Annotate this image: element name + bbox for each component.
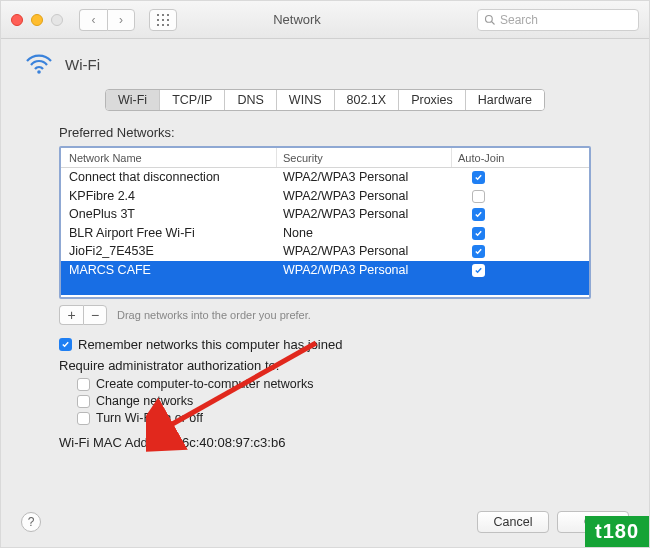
network-security: WPA2/WPA3 Personal — [277, 189, 452, 203]
network-name: KPFibre 2.4 — [61, 189, 277, 203]
network-row[interactable]: BLR Airport Free Wi-FiNone — [61, 224, 589, 243]
network-row[interactable]: MARCS CAFEWPA2/WPA3 Personal — [61, 261, 589, 280]
network-name: Connect that disconnection — [61, 170, 277, 184]
help-icon: ? — [28, 515, 35, 529]
window-controls — [11, 14, 63, 26]
svg-line-10 — [492, 21, 495, 24]
add-network-button[interactable]: + — [59, 305, 83, 325]
network-security: WPA2/WPA3 Personal — [277, 244, 452, 258]
network-preferences-window: ‹ › Network Search Wi-Fi Wi-FiTCP/IPDNSW… — [0, 0, 650, 548]
back-button[interactable]: ‹ — [79, 9, 107, 31]
remember-checkbox[interactable] — [59, 338, 72, 351]
titlebar: ‹ › Network Search — [1, 1, 649, 39]
mac-value: 6c:40:08:97:c3:b6 — [182, 435, 285, 450]
svg-point-9 — [486, 15, 493, 22]
network-security: WPA2/WPA3 Personal — [277, 207, 452, 221]
watermark: t180 — [585, 516, 649, 547]
autojoin-checkbox[interactable] — [472, 227, 485, 240]
remove-network-button[interactable]: − — [83, 305, 107, 325]
column-header-autojoin[interactable]: Auto-Join — [452, 152, 589, 164]
mac-address-row: Wi-Fi MAC Address: 6c:40:08:97:c3:b6 — [59, 435, 591, 450]
drag-hint: Drag networks into the order you prefer. — [117, 309, 311, 321]
minus-icon: − — [91, 307, 99, 323]
change-networks-option[interactable]: Change networks — [77, 394, 591, 408]
change-label: Change networks — [96, 394, 193, 408]
search-placeholder: Search — [500, 13, 538, 27]
network-security: WPA2/WPA3 Personal — [277, 263, 452, 277]
autojoin-checkbox[interactable] — [472, 171, 485, 184]
change-checkbox[interactable] — [77, 395, 90, 408]
dialog-footer: ? Cancel OK — [1, 511, 649, 533]
mac-label: Wi-Fi MAC Address: — [59, 435, 176, 450]
table-controls-row: + − Drag networks into the order you pre… — [59, 305, 591, 325]
help-button[interactable]: ? — [21, 512, 41, 532]
preferred-networks-label: Preferred Networks: — [59, 125, 591, 140]
autojoin-checkbox[interactable] — [472, 245, 485, 258]
wifi-tab-content: Preferred Networks: Network Name Securit… — [1, 115, 649, 450]
column-header-security[interactable]: Security — [277, 148, 452, 167]
toggle-label: Turn Wi-Fi on or off — [96, 411, 203, 425]
network-row[interactable]: KPFibre 2.4WPA2/WPA3 Personal — [61, 187, 589, 206]
network-name: BLR Airport Free Wi-Fi — [61, 226, 277, 240]
create-label: Create computer-to-computer networks — [96, 377, 313, 391]
svg-point-11 — [37, 70, 41, 74]
autojoin-checkbox[interactable] — [472, 190, 485, 203]
require-admin-label: Require administrator authorization to: — [59, 358, 591, 373]
network-row[interactable]: OnePlus 3TWPA2/WPA3 Personal — [61, 205, 589, 224]
remember-networks-option[interactable]: Remember networks this computer has join… — [59, 337, 591, 352]
network-row[interactable]: JioFi2_7E453EWPA2/WPA3 Personal — [61, 242, 589, 261]
autojoin-cell — [452, 244, 589, 258]
network-security: None — [277, 226, 452, 240]
create-checkbox[interactable] — [77, 378, 90, 391]
page-header: Wi-Fi — [1, 39, 649, 83]
preferred-networks-table[interactable]: Network Name Security Auto-Join Connect … — [59, 146, 591, 299]
zoom-window-button[interactable] — [51, 14, 63, 26]
autojoin-cell — [452, 226, 589, 240]
network-row-empty — [61, 279, 589, 295]
create-networks-option[interactable]: Create computer-to-computer networks — [77, 377, 591, 391]
network-security: WPA2/WPA3 Personal — [277, 170, 452, 184]
column-header-name[interactable]: Network Name — [61, 148, 277, 167]
autojoin-cell — [452, 263, 589, 277]
network-row[interactable]: Connect that disconnectionWPA2/WPA3 Pers… — [61, 168, 589, 187]
plus-icon: + — [67, 307, 75, 323]
autojoin-checkbox[interactable] — [472, 264, 485, 277]
network-name: OnePlus 3T — [61, 207, 277, 221]
network-name: MARCS CAFE — [61, 263, 277, 277]
tab-dns[interactable]: DNS — [225, 90, 276, 110]
remember-label: Remember networks this computer has join… — [78, 337, 342, 352]
search-field[interactable]: Search — [477, 9, 639, 31]
wifi-icon — [25, 53, 53, 75]
options-section: Remember networks this computer has join… — [59, 337, 591, 425]
network-name: JioFi2_7E453E — [61, 244, 277, 258]
search-icon — [484, 14, 496, 26]
tab-hardware[interactable]: Hardware — [466, 90, 544, 110]
tab-tcpip[interactable]: TCP/IP — [160, 90, 225, 110]
autojoin-cell — [452, 189, 589, 203]
toggle-checkbox[interactable] — [77, 412, 90, 425]
tab-8021x[interactable]: 802.1X — [335, 90, 400, 110]
window-title: Network — [125, 12, 469, 27]
toggle-wifi-option[interactable]: Turn Wi-Fi on or off — [77, 411, 591, 425]
tab-bar: Wi-FiTCP/IPDNSWINS802.1XProxiesHardware — [1, 89, 649, 111]
autojoin-cell — [452, 170, 589, 184]
cancel-button[interactable]: Cancel — [477, 511, 549, 533]
autojoin-checkbox[interactable] — [472, 208, 485, 221]
minimize-window-button[interactable] — [31, 14, 43, 26]
table-header-row: Network Name Security Auto-Join — [61, 148, 589, 168]
tab-wins[interactable]: WINS — [277, 90, 335, 110]
page-title: Wi-Fi — [65, 56, 100, 73]
close-window-button[interactable] — [11, 14, 23, 26]
tab-proxies[interactable]: Proxies — [399, 90, 466, 110]
autojoin-cell — [452, 207, 589, 221]
chevron-left-icon: ‹ — [92, 13, 96, 27]
tab-wifi[interactable]: Wi-Fi — [106, 90, 160, 110]
chevron-right-icon: › — [119, 13, 123, 27]
